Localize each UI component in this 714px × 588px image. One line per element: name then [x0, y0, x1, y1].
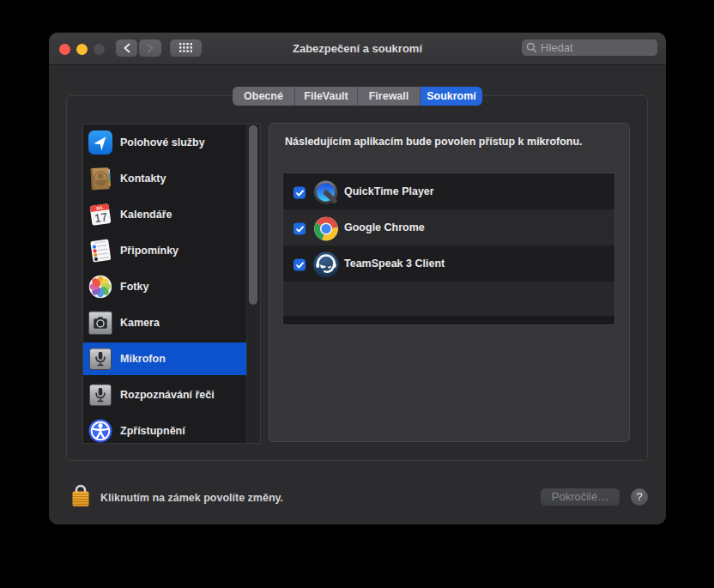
- svg-text:17: 17: [94, 210, 108, 225]
